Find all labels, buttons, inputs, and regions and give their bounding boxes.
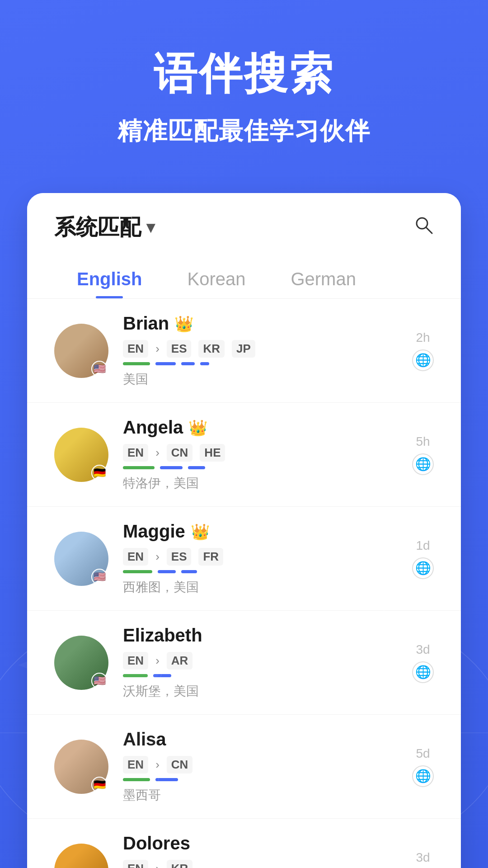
time-column: 5d🌐 bbox=[412, 746, 434, 787]
user-list: 🇺🇸Brian👑EN›ESKRJP美国2h🌐🇩🇪Angela👑EN›CNHE特洛… bbox=[27, 299, 461, 868]
user-info: Angela👑EN›CNHE特洛伊，美国 bbox=[123, 417, 398, 492]
chevron-down-icon: ▾ bbox=[146, 218, 155, 237]
last-active-time: 5h bbox=[416, 434, 430, 449]
native-lang-tag: EN bbox=[123, 548, 148, 566]
flag-badge: 🇺🇸 bbox=[91, 361, 108, 377]
user-info: Brian👑EN›ESKRJP美国 bbox=[123, 313, 398, 388]
flag-badge: 🇩🇪 bbox=[91, 465, 108, 481]
progress-bars bbox=[123, 362, 398, 365]
header-section: 语伴搜索 精准匹配最佳学习伙伴 bbox=[0, 0, 488, 175]
progress-bar bbox=[123, 674, 148, 677]
progress-bar bbox=[188, 466, 205, 469]
user-info: AlisaEN›CN墨西哥 bbox=[123, 729, 398, 804]
card-header: 系统匹配 ▾ bbox=[27, 193, 461, 242]
arrow-icon: › bbox=[155, 862, 160, 868]
time-column: 2h🌐 bbox=[412, 330, 434, 371]
progress-bar bbox=[155, 362, 176, 365]
user-info: ElizabethEN›AR沃斯堡，美国 bbox=[123, 625, 398, 700]
svg-line-6 bbox=[426, 227, 432, 233]
user-location: 墨西哥 bbox=[123, 787, 398, 804]
tab-korean[interactable]: Korean bbox=[164, 256, 268, 298]
user-info: Maggie👑EN›ESFR西雅图，美国 bbox=[123, 521, 398, 596]
learning-lang-tag: ES bbox=[167, 340, 192, 358]
progress-bar bbox=[123, 466, 155, 469]
dropdown-label-text: 系统匹配 bbox=[54, 213, 141, 242]
user-info: DoloresEN›KR美国 bbox=[123, 833, 398, 868]
app-background: 语伴搜索 精准匹配最佳学习伙伴 系统匹配 ▾ English bbox=[0, 0, 488, 868]
globe-icon[interactable]: 🌐 bbox=[412, 765, 434, 787]
native-lang-tag: EN bbox=[123, 340, 148, 358]
progress-bar bbox=[160, 466, 183, 469]
user-location: 西雅图，美国 bbox=[123, 579, 398, 596]
last-active-time: 3d bbox=[416, 850, 430, 865]
progress-bar bbox=[158, 570, 176, 573]
globe-icon[interactable]: 🌐 bbox=[412, 349, 434, 371]
avatar: 🇺🇸 bbox=[54, 844, 108, 868]
progress-bar bbox=[181, 362, 195, 365]
sub-title: 精准匹配最佳学习伙伴 bbox=[27, 115, 461, 148]
native-lang-tag: EN bbox=[123, 756, 148, 774]
progress-bar bbox=[181, 570, 197, 573]
progress-bars bbox=[123, 778, 398, 781]
user-name: Maggie bbox=[123, 521, 185, 542]
flag-badge: 🇺🇸 bbox=[91, 673, 108, 689]
progress-bar bbox=[123, 362, 150, 365]
user-location: 沃斯堡，美国 bbox=[123, 683, 398, 700]
learning-lang-tag: CN bbox=[167, 444, 193, 462]
avatar: 🇩🇪 bbox=[54, 740, 108, 794]
globe-icon[interactable]: 🌐 bbox=[412, 661, 434, 683]
crown-icon: 👑 bbox=[174, 315, 193, 333]
avatar: 🇺🇸 bbox=[54, 636, 108, 690]
learning-lang-tag: FR bbox=[198, 548, 223, 566]
main-title: 语伴搜索 bbox=[27, 45, 461, 104]
learning-lang-tag: JP bbox=[232, 340, 255, 358]
user-row[interactable]: 🇺🇸DoloresEN›KR美国3d🌐 bbox=[27, 819, 461, 868]
user-row[interactable]: 🇩🇪AlisaEN›CN墨西哥5d🌐 bbox=[27, 715, 461, 819]
flag-badge: 🇺🇸 bbox=[91, 569, 108, 585]
globe-icon[interactable]: 🌐 bbox=[412, 557, 434, 579]
learning-lang-tag: AR bbox=[167, 652, 193, 670]
dropdown-button[interactable]: 系统匹配 ▾ bbox=[54, 213, 155, 242]
time-column: 1d🌐 bbox=[412, 538, 434, 579]
search-icon[interactable] bbox=[414, 215, 434, 240]
progress-bar bbox=[123, 570, 152, 573]
filter-row: 系统匹配 ▾ bbox=[54, 213, 434, 242]
tab-english[interactable]: English bbox=[54, 256, 164, 298]
user-row[interactable]: 🇺🇸Maggie👑EN›ESFR西雅图，美国1d🌐 bbox=[27, 507, 461, 611]
avatar: 🇺🇸 bbox=[54, 532, 108, 586]
user-name: Alisa bbox=[123, 729, 166, 750]
time-column: 5h🌐 bbox=[412, 434, 434, 475]
progress-bars bbox=[123, 466, 398, 469]
user-name: Brian bbox=[123, 313, 169, 334]
crown-icon: 👑 bbox=[191, 523, 210, 541]
avatar: 🇩🇪 bbox=[54, 428, 108, 482]
time-column: 3d🌐 bbox=[412, 642, 434, 683]
globe-icon[interactable]: 🌐 bbox=[412, 453, 434, 475]
user-row[interactable]: 🇺🇸Brian👑EN›ESKRJP美国2h🌐 bbox=[27, 299, 461, 403]
user-location: 美国 bbox=[123, 371, 398, 388]
learning-lang-tag: KR bbox=[167, 860, 193, 868]
progress-bars bbox=[123, 570, 398, 573]
last-active-time: 2h bbox=[416, 330, 430, 345]
language-tabs: English Korean German bbox=[27, 256, 461, 299]
user-name: Angela bbox=[123, 417, 183, 438]
user-name: Dolores bbox=[123, 833, 190, 854]
native-lang-tag: EN bbox=[123, 652, 148, 670]
crown-icon: 👑 bbox=[188, 419, 207, 437]
progress-bar bbox=[155, 778, 178, 781]
last-active-time: 1d bbox=[416, 538, 430, 553]
arrow-icon: › bbox=[155, 654, 160, 668]
avatar: 🇺🇸 bbox=[54, 324, 108, 378]
last-active-time: 3d bbox=[416, 642, 430, 657]
learning-lang-tag: KR bbox=[198, 340, 225, 358]
progress-bar bbox=[153, 674, 171, 677]
arrow-icon: › bbox=[155, 550, 160, 564]
user-name: Elizabeth bbox=[123, 625, 202, 646]
flag-badge: 🇩🇪 bbox=[91, 777, 108, 793]
native-lang-tag: EN bbox=[123, 444, 148, 462]
user-location: 特洛伊，美国 bbox=[123, 475, 398, 492]
user-row[interactable]: 🇩🇪Angela👑EN›CNHE特洛伊，美国5h🌐 bbox=[27, 403, 461, 507]
tab-german[interactable]: German bbox=[268, 256, 379, 298]
user-row[interactable]: 🇺🇸ElizabethEN›AR沃斯堡，美国3d🌐 bbox=[27, 611, 461, 715]
arrow-icon: › bbox=[155, 342, 160, 356]
